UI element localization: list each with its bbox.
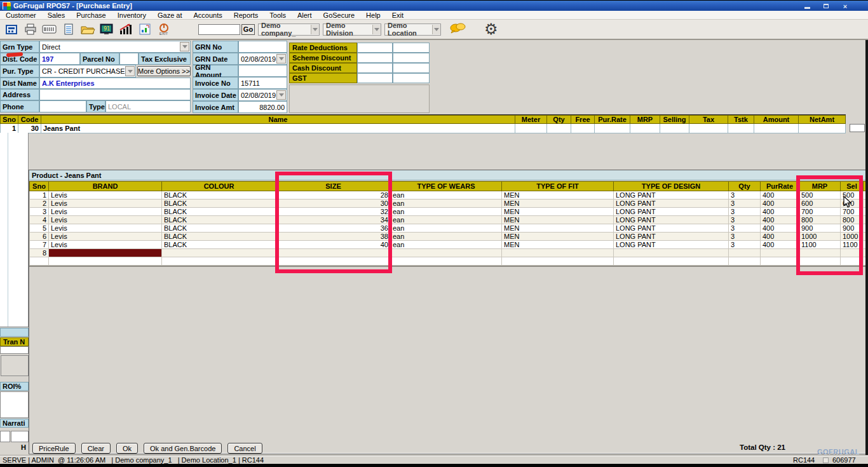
chevron-down-icon[interactable]	[125, 66, 135, 76]
sales-register-icon[interactable]	[3, 21, 19, 37]
product-table-row[interactable]: 2 Levis BLACK 30 ean MEN LONG PANT 3 400…	[30, 200, 868, 208]
menu-item[interactable]: Gaze at	[152, 11, 188, 19]
restore-button[interactable]	[821, 2, 831, 10]
cell-qty[interactable]: 3	[729, 208, 761, 216]
product-table-row[interactable]	[30, 257, 868, 266]
display-icon[interactable]: 91	[98, 21, 114, 37]
cell-qty[interactable]: 3	[729, 200, 761, 208]
deduction-value-2[interactable]	[393, 43, 430, 53]
close-button[interactable]: ×	[840, 2, 850, 10]
cell-brand[interactable]: Levis	[49, 200, 162, 208]
deduction-value-2[interactable]	[393, 53, 430, 63]
chat-icon[interactable]	[449, 22, 466, 37]
minimize-button[interactable]	[802, 2, 812, 10]
cell-type-of-wears[interactable]: ean	[391, 216, 502, 224]
cell-brand[interactable]	[49, 257, 162, 266]
product-table-row[interactable]: 1 Levis BLACK 28 ean MEN LONG PANT 3 400…	[30, 191, 868, 200]
cell-type-of-fit[interactable]	[502, 257, 614, 266]
popup-button[interactable]: Cancel	[227, 443, 262, 454]
cell-purrate[interactable]: 400	[761, 241, 799, 249]
cell-qty[interactable]	[729, 257, 761, 266]
cell-brand[interactable]: Levis	[49, 191, 162, 200]
invoice-no-field[interactable]: 15711	[238, 77, 287, 89]
cell-type-of-design[interactable]: LONG PANT	[614, 208, 729, 216]
quick-search-input[interactable]	[198, 24, 240, 35]
phone-type-field[interactable]: LOCAL	[105, 100, 191, 112]
cell-type-of-fit[interactable]: MEN	[502, 208, 614, 216]
cell-sno[interactable]: 1	[30, 191, 49, 200]
cell-qty[interactable]: 3	[729, 233, 761, 241]
grn-type-select[interactable]: Direct	[39, 41, 191, 53]
cell-type-of-design[interactable]	[614, 249, 729, 257]
cell-colour[interactable]: BLACK	[162, 200, 276, 208]
cell-type-of-wears[interactable]	[391, 249, 502, 257]
cell-colour[interactable]: BLACK	[162, 224, 276, 233]
popup-button[interactable]: Ok	[116, 443, 138, 454]
cell-purrate[interactable]: 400	[761, 191, 799, 200]
cell-qty[interactable]: 3	[729, 241, 761, 249]
cell-type-of-design[interactable]: LONG PANT	[614, 200, 729, 208]
cell-type-of-design[interactable]: LONG PANT	[614, 191, 729, 200]
cell-type-of-wears[interactable]: ean	[391, 208, 502, 216]
cell-colour[interactable]: BLACK	[162, 233, 276, 241]
cell-purrate[interactable]: 400	[761, 224, 799, 233]
cell-colour[interactable]: BLACK	[162, 216, 276, 224]
cell-type-of-wears[interactable]: ean	[391, 224, 502, 233]
invoice-date-field[interactable]: 02/08/2019	[238, 89, 287, 101]
menu-item[interactable]: Purchase	[71, 11, 111, 19]
deduction-value-1[interactable]	[357, 73, 393, 83]
menu-item[interactable]: Reports	[228, 11, 264, 19]
cell-type-of-fit[interactable]: MEN	[502, 200, 614, 208]
deduction-value-2[interactable]	[393, 73, 430, 83]
cell-type-of-wears[interactable]: ean	[391, 241, 502, 249]
cell-purrate[interactable]	[761, 249, 799, 257]
company-select[interactable]: Demo company_	[258, 24, 320, 36]
phone-field[interactable]	[39, 100, 86, 112]
cell-type-of-design[interactable]: LONG PANT	[614, 233, 729, 241]
cell-sno[interactable]	[30, 257, 49, 266]
cell-purrate[interactable]: 400	[761, 208, 799, 216]
menu-item[interactable]: Accounts	[187, 11, 227, 19]
cell-purrate[interactable]: 400	[761, 200, 799, 208]
chevron-down-icon[interactable]	[276, 90, 286, 100]
cell-type-of-fit[interactable]: MEN	[502, 233, 614, 241]
menu-item[interactable]: Customer	[0, 11, 42, 19]
cell-type-of-fit[interactable]: MEN	[502, 241, 614, 249]
cell-type-of-fit[interactable]: MEN	[502, 224, 614, 233]
deduction-value-1[interactable]	[357, 53, 393, 63]
barcode-icon[interactable]	[41, 21, 57, 37]
cell-type-of-wears[interactable]: ean	[391, 200, 502, 208]
grn-amount-field[interactable]	[238, 65, 287, 77]
division-select[interactable]: Demo Division	[323, 24, 381, 36]
chevron-down-icon[interactable]	[276, 54, 286, 64]
cell-type-of-fit[interactable]: MEN	[502, 216, 614, 224]
menu-item[interactable]: Exit	[386, 11, 409, 19]
cell-type-of-fit[interactable]: MEN	[502, 191, 614, 200]
menu-item[interactable]: GoSecure	[318, 11, 361, 19]
menu-item[interactable]: Alert	[292, 11, 318, 19]
chevron-down-icon[interactable]	[180, 42, 189, 51]
cell-sno[interactable]: 7	[30, 241, 49, 249]
more-options-button[interactable]: More Options >>	[137, 66, 191, 76]
cell-qty[interactable]: 3	[729, 191, 761, 200]
dist-code-field[interactable]: 197	[39, 53, 80, 65]
export-icon[interactable]	[137, 21, 153, 37]
popup-button[interactable]: Ok and Gen.Barcode	[144, 443, 222, 454]
popup-button[interactable]: PriceRule	[32, 443, 76, 454]
invoice-amt-field[interactable]: 8820.00	[238, 101, 287, 113]
menu-item[interactable]: Help	[360, 11, 386, 19]
pur-type-select[interactable]: CR - CREDIT PURCHASE	[39, 65, 136, 78]
cell-sno[interactable]: 8	[30, 249, 49, 257]
item-name-cell[interactable]: Jeans Pant	[41, 124, 515, 133]
cell-sno[interactable]: 6	[30, 233, 49, 241]
go-button[interactable]: Go	[241, 24, 255, 35]
item-grid-row[interactable]: 1 30 Jeans Pant	[1, 124, 846, 133]
item-sno-cell[interactable]: 1	[1, 124, 18, 133]
item-code-cell[interactable]: 30	[18, 124, 41, 133]
cell-brand[interactable]: Levis	[49, 224, 162, 233]
cell-qty[interactable]: 3	[729, 216, 761, 224]
cell-brand[interactable]: Levis	[49, 241, 162, 249]
cell-sno[interactable]: 3	[30, 208, 49, 216]
cell-brand[interactable]: Levis	[49, 208, 162, 216]
product-table-row[interactable]: 6 Levis BLACK 38 ean MEN LONG PANT 3 400…	[30, 233, 868, 241]
